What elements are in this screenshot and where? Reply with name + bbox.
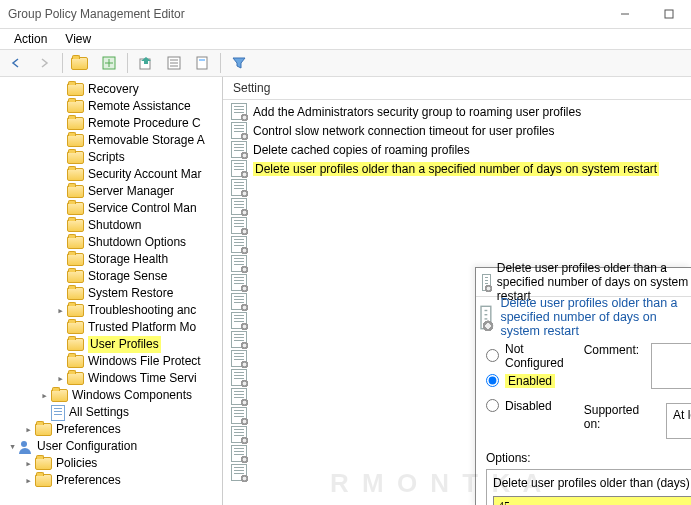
tree-item[interactable]: Windows Time Servi xyxy=(0,370,222,387)
export-button[interactable] xyxy=(134,51,158,75)
filter-button[interactable] xyxy=(227,51,251,75)
policy-icon xyxy=(231,217,247,234)
tree-item[interactable]: Scripts xyxy=(0,149,222,166)
option-days-input[interactable] xyxy=(493,496,691,505)
tree-item[interactable]: Storage Health xyxy=(0,251,222,268)
policy-icon xyxy=(231,236,247,253)
radio-disabled[interactable]: Disabled xyxy=(486,393,564,418)
tree-item[interactable]: System Restore xyxy=(0,285,222,302)
tree-item[interactable]: Shutdown Options xyxy=(0,234,222,251)
tree-item[interactable]: Removable Storage A xyxy=(0,132,222,149)
tree-item[interactable]: User Profiles xyxy=(0,336,222,353)
tree-item[interactable]: Preferences xyxy=(0,472,222,489)
folder-icon xyxy=(35,423,52,436)
folder-icon xyxy=(67,151,84,164)
properties-button[interactable] xyxy=(162,51,186,75)
policy-icon xyxy=(231,293,247,310)
toolbar-icon-5[interactable] xyxy=(190,51,214,75)
expand-icon[interactable] xyxy=(54,302,67,319)
minimize-button[interactable] xyxy=(603,0,647,28)
tree-item-label: Preferences xyxy=(56,421,121,438)
tree-item[interactable]: Troubleshooting anc xyxy=(0,302,222,319)
policy-icon xyxy=(231,274,247,291)
tree-item[interactable]: User Configuration xyxy=(0,438,222,455)
tree-item[interactable]: All Settings xyxy=(0,404,222,421)
policy-row[interactable] xyxy=(223,235,691,254)
tree-item[interactable]: Storage Sense xyxy=(0,268,222,285)
policy-icon xyxy=(231,331,247,348)
maximize-button[interactable] xyxy=(647,0,691,28)
tree-item-label: Storage Sense xyxy=(88,268,167,285)
policy-icon xyxy=(231,160,247,177)
radio-not-configured[interactable]: Not Configured xyxy=(486,343,564,368)
folder-icon xyxy=(67,253,84,266)
tree-item-label: Windows Components xyxy=(72,387,192,404)
policy-row[interactable]: Delete cached copies of roaming profiles xyxy=(223,140,691,159)
navigation-tree[interactable]: RecoveryRemote AssistanceRemote Procedur… xyxy=(0,77,223,505)
policy-row[interactable] xyxy=(223,216,691,235)
policy-icon xyxy=(231,179,247,196)
folder-icon xyxy=(35,474,52,487)
policy-icon xyxy=(231,255,247,272)
policy-row[interactable]: Control slow network connection timeout … xyxy=(223,121,691,140)
folder-icon xyxy=(67,168,84,181)
toolbar-icon-2[interactable] xyxy=(97,51,121,75)
expand-icon[interactable] xyxy=(22,455,35,472)
policy-icon xyxy=(231,464,247,481)
svg-rect-9 xyxy=(199,59,205,61)
folder-icon xyxy=(67,355,84,368)
policy-row[interactable]: Add the Administrators security group to… xyxy=(223,102,691,121)
back-button[interactable] xyxy=(4,51,28,75)
tree-item-label: Removable Storage A xyxy=(88,132,205,149)
tree-item[interactable]: Windows File Protect xyxy=(0,353,222,370)
tree-item-label: Service Control Man xyxy=(88,200,197,217)
folder-icon xyxy=(71,57,88,70)
tree-item-label: Troubleshooting anc xyxy=(88,302,196,319)
policy-row[interactable] xyxy=(223,178,691,197)
menu-view[interactable]: View xyxy=(65,32,91,46)
tree-item[interactable]: Policies xyxy=(0,455,222,472)
policy-icon xyxy=(231,445,247,462)
tree-item[interactable]: Server Manager xyxy=(0,183,222,200)
tree-item-label: Storage Health xyxy=(88,251,168,268)
option-days-label: Delete user profiles older than (days) xyxy=(493,476,691,490)
dialog-title-icon xyxy=(482,274,491,291)
menu-action[interactable]: Action xyxy=(14,32,47,46)
tree-item-label: System Restore xyxy=(88,285,173,302)
tree-item-label: Preferences xyxy=(56,472,121,489)
expand-icon[interactable] xyxy=(22,421,35,438)
expand-icon[interactable] xyxy=(38,387,51,404)
policy-icon xyxy=(231,350,247,367)
window-title: Group Policy Management Editor xyxy=(8,7,185,21)
supported-label: Supported on: xyxy=(584,403,654,431)
expand-icon[interactable] xyxy=(54,370,67,387)
tree-item-label: Remote Procedure C xyxy=(88,115,201,132)
tree-item[interactable]: Remote Assistance xyxy=(0,98,222,115)
tree-item-label: Server Manager xyxy=(88,183,174,200)
forward-button[interactable] xyxy=(32,51,56,75)
dialog-heading: Delete user profiles older than a specif… xyxy=(500,296,691,338)
expand-icon[interactable] xyxy=(6,438,19,455)
tree-item[interactable]: Windows Components xyxy=(0,387,222,404)
svg-rect-1 xyxy=(665,10,673,18)
tree-item[interactable]: Remote Procedure C xyxy=(0,115,222,132)
tree-item[interactable]: Preferences xyxy=(0,421,222,438)
policy-row[interactable] xyxy=(223,197,691,216)
expand-icon[interactable] xyxy=(22,472,35,489)
policy-icon xyxy=(231,407,247,424)
policy-icon xyxy=(231,369,247,386)
toolbar-icon-1[interactable] xyxy=(69,51,93,75)
folder-icon xyxy=(67,83,84,96)
tree-item[interactable]: Trusted Platform Mo xyxy=(0,319,222,336)
tree-item[interactable]: Security Account Mar xyxy=(0,166,222,183)
policy-icon xyxy=(231,312,247,329)
column-header-setting[interactable]: Setting xyxy=(223,77,691,100)
svg-rect-8 xyxy=(197,57,207,69)
comment-textbox[interactable] xyxy=(651,343,691,389)
radio-enabled[interactable]: Enabled xyxy=(486,368,564,393)
policy-row[interactable]: Delete user profiles older than a specif… xyxy=(223,159,691,178)
policy-label: Delete cached copies of roaming profiles xyxy=(253,143,470,157)
tree-item[interactable]: Service Control Man xyxy=(0,200,222,217)
tree-item[interactable]: Recovery xyxy=(0,81,222,98)
tree-item[interactable]: Shutdown xyxy=(0,217,222,234)
